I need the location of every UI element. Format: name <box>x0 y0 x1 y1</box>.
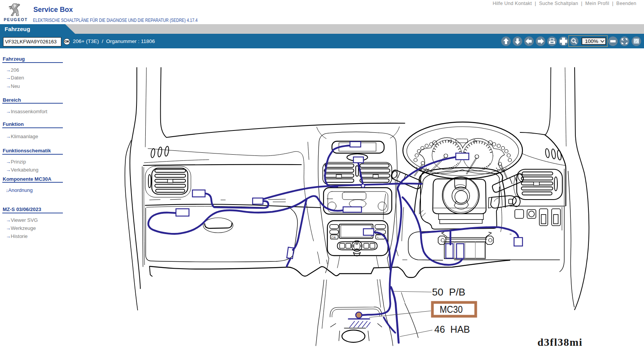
svg-text:d3fl38mi: d3fl38mi <box>537 336 583 348</box>
svg-text:MC30: MC30 <box>440 304 463 315</box>
svg-text:C\A: C\A <box>331 236 336 239</box>
svg-text:50 P/B: 50 P/B <box>432 286 465 298</box>
svg-text:+-: +- <box>377 236 380 239</box>
svg-text:46 HAB: 46 HAB <box>434 324 470 335</box>
